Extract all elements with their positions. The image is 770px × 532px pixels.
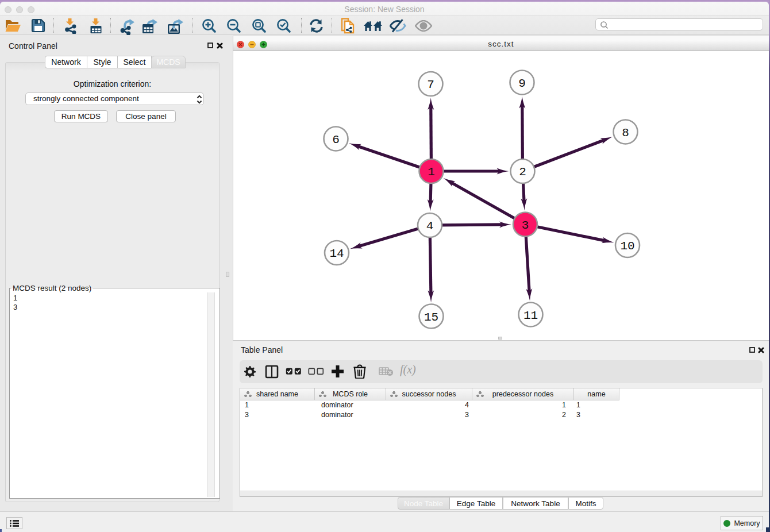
svg-text:7: 7: [427, 78, 434, 91]
svg-text:2: 2: [519, 165, 526, 179]
svg-text:15: 15: [424, 311, 438, 324]
svg-text:8: 8: [622, 126, 629, 140]
svg-text:9: 9: [518, 77, 526, 90]
svg-text:10: 10: [620, 240, 634, 253]
svg-text:4: 4: [426, 219, 434, 233]
svg-text:6: 6: [332, 133, 340, 147]
svg-text:14: 14: [329, 247, 344, 260]
svg-text:1: 1: [428, 165, 435, 179]
svg-text:11: 11: [523, 309, 538, 322]
svg-text:3: 3: [522, 219, 529, 232]
